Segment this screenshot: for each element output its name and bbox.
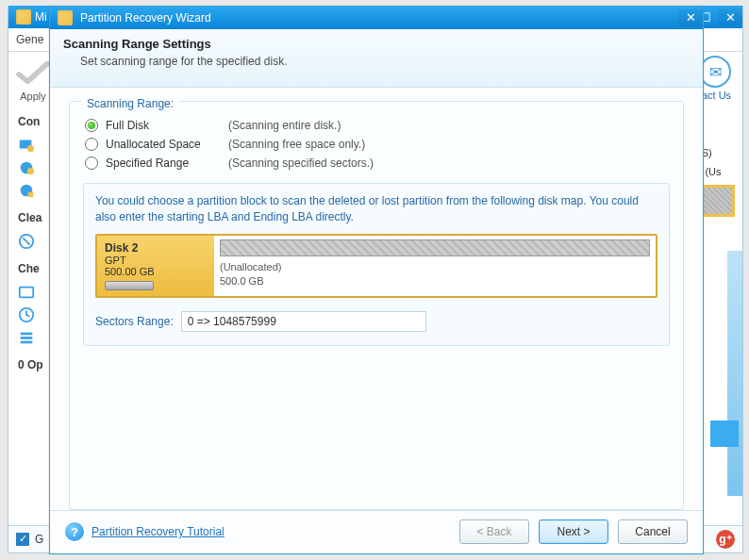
wizard-heading: Scanning Range Settings (63, 37, 690, 51)
disk-map-block: You could choose a partition block to sc… (83, 183, 670, 347)
radio-desc: (Scanning free space only.) (228, 138, 365, 151)
status-checkbox-label: G (35, 533, 43, 546)
svg-rect-7 (20, 288, 33, 298)
apply-button[interactable]: Apply (14, 58, 52, 102)
disk-map-description: You could choose a partition block to sc… (95, 193, 657, 225)
sectors-range-value: 0 => 1048575999 (188, 315, 276, 328)
radio-desc: (Scanning entire disk.) (228, 119, 341, 132)
svg-rect-11 (21, 341, 33, 344)
sectors-range-row: Sectors Range: 0 => 1048575999 (95, 311, 657, 332)
disk-size: 500.00 GB (105, 266, 207, 277)
cancel-button[interactable]: Cancel (618, 519, 688, 544)
radio-full-disk[interactable]: Full Disk (Scanning entire disk.) (85, 119, 670, 132)
wizard-close-button[interactable]: ✕ (678, 9, 703, 26)
wizard-footer: ? Partition Recovery Tutorial < Back Nex… (50, 510, 703, 553)
disk-type: GPT (105, 255, 207, 266)
sidebar-section: Con (8, 107, 51, 132)
hdd-icon (105, 281, 154, 290)
partition-size: 500.0 GB (220, 275, 263, 287)
next-button[interactable]: Next > (539, 519, 608, 544)
app-icon (16, 9, 31, 25)
sectors-range-label: Sectors Range: (95, 315, 174, 328)
wizard-subheading: Set scanning range for the specified dis… (80, 55, 690, 68)
radio-icon (85, 156, 98, 170)
wizard-header: Scanning Range Settings Set scanning ran… (50, 29, 703, 88)
wizard-body: Scanning Range: Full Disk (Scanning enti… (50, 88, 703, 510)
radio-specified-range[interactable]: Specified Range (Scanning specified sect… (85, 156, 670, 170)
scanning-range-fieldset: Scanning Range: Full Disk (Scanning enti… (69, 101, 684, 510)
google-plus-icon[interactable]: g⁺ (716, 530, 735, 549)
radio-icon (85, 119, 98, 132)
radio-icon (85, 138, 98, 151)
svg-rect-9 (21, 333, 33, 336)
svg-rect-10 (21, 337, 33, 339)
sidebar-section: 0 Op (8, 351, 51, 375)
help-link[interactable]: Partition Recovery Tutorial (92, 525, 225, 538)
unallocated-bar[interactable] (220, 239, 650, 256)
sidebar-icon[interactable] (18, 158, 42, 177)
radio-label: Full Disk (106, 119, 228, 132)
help-icon[interactable]: ? (65, 522, 84, 541)
sectors-range-input[interactable]: 0 => 1048575999 (181, 311, 426, 332)
back-button[interactable]: < Back (459, 519, 529, 544)
svg-point-3 (27, 168, 34, 174)
disk-info: Disk 2 GPT 500.00 GB (97, 236, 214, 296)
sidebar-icon[interactable] (18, 136, 42, 155)
scrollbar-fragment[interactable] (727, 251, 742, 496)
check-icon (15, 58, 51, 87)
sidebar-icon[interactable] (18, 305, 42, 324)
mail-icon: ✉ (699, 56, 731, 88)
menu-item[interactable]: Gene (16, 33, 43, 46)
apply-label: Apply (14, 91, 52, 102)
sidebar-section: Clea (8, 204, 51, 228)
disk-name: Disk 2 (105, 241, 207, 255)
selection-fragment (710, 420, 739, 447)
help-area: ? Partition Recovery Tutorial (65, 522, 225, 541)
main-title: Mi (35, 10, 47, 24)
sidebar-section: Che (8, 255, 51, 279)
status-checkbox[interactable]: ✓ G (16, 533, 43, 546)
main-close-button[interactable]: ✕ (718, 8, 742, 25)
sidebar-icon[interactable] (18, 181, 42, 200)
wizard-titlebar: Partition Recovery Wizard ✕ (50, 7, 703, 29)
wizard-app-icon (58, 10, 73, 25)
svg-rect-5 (28, 192, 33, 197)
fieldset-legend: Scanning Range: (81, 97, 179, 110)
sidebar-icon[interactable] (18, 328, 42, 347)
left-sidebar: Con Clea Che 0 Op (8, 107, 51, 524)
radio-label: Unallocated Space (106, 138, 228, 151)
partition-label: (Unallocated) (220, 261, 281, 272)
radio-unallocated-space[interactable]: Unallocated Space (Scanning free space o… (85, 138, 670, 151)
svg-point-1 (27, 145, 34, 152)
disk-partition-area[interactable]: (Unallocated) 500.0 GB (214, 236, 656, 296)
contact-label: tact Us (699, 90, 731, 101)
disk-map-row[interactable]: Disk 2 GPT 500.00 GB (Unallocated) 500.0… (95, 234, 657, 298)
partition-recovery-wizard: Partition Recovery Wizard ✕ Scanning Ran… (49, 6, 704, 554)
radio-desc: (Scanning specified sectors.) (228, 156, 374, 170)
radio-label: Specified Range (106, 156, 228, 170)
sidebar-icon[interactable] (18, 283, 42, 302)
wizard-title: Partition Recovery Wizard (80, 11, 211, 25)
sidebar-icon[interactable] (18, 232, 42, 251)
